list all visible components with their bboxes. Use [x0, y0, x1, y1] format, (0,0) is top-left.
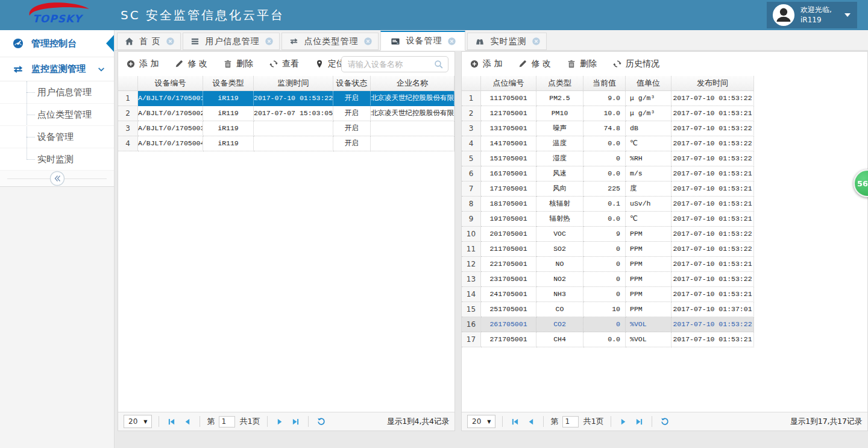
tab-device-mgmt[interactable]: 设备管理: [380, 31, 465, 51]
table-row[interactable]: 15251705001CO10PPM2017-07-10 01:37:01: [462, 302, 867, 317]
table-row[interactable]: 4141705001温度0.0℃2017-07-10 01:53:22: [462, 136, 867, 151]
add-point-button[interactable]: 添 加: [470, 58, 502, 69]
sidebar-item-device-mgmt[interactable]: 设备管理: [0, 126, 114, 148]
close-tab-icon[interactable]: [447, 37, 456, 46]
sidebar-item-point-type-mgmt[interactable]: 点位类型管理: [0, 104, 114, 126]
reload-button[interactable]: [659, 417, 671, 426]
table-row[interactable]: 2A/BJLT/0/1705002iR1192017-07-07 15:03:0…: [118, 106, 454, 121]
history-button[interactable]: 历史情况: [613, 58, 659, 69]
column-header[interactable]: 企业名称: [371, 76, 454, 91]
table-cell: 2017-07-10 01:53:22: [671, 317, 754, 332]
tab-home[interactable]: 首 页: [117, 33, 181, 50]
table-row[interactable]: 7171705001风向225度2017-07-10 01:53:21: [462, 181, 867, 197]
table-row[interactable]: 11211705001SO20PPM2017-07-10 01:53:22: [462, 242, 867, 257]
table-row[interactable]: 17271705001CH40.0%VOL2017-07-10 01:53:21: [462, 332, 867, 347]
table-cell: 10.0: [583, 106, 626, 121]
table-row[interactable]: 12221705001NO0PPM2017-07-10 01:53:21: [462, 257, 867, 272]
next-page-button[interactable]: [618, 418, 629, 426]
table-row[interactable]: 10201705001VOC9PPM2017-07-10 01:53:22: [462, 227, 867, 242]
page-size-select[interactable]: 20▼: [467, 415, 495, 428]
row-number-cell: 13: [462, 272, 481, 287]
user-menu[interactable]: 欢迎光临, iR119: [767, 2, 857, 28]
device-search-input[interactable]: [342, 60, 434, 69]
table-row[interactable]: 3131705001噪声74.8dB2017-07-10 01:53:22: [462, 121, 867, 136]
trash-icon: [567, 60, 576, 68]
select-caret-icon: ▼: [487, 419, 491, 424]
points-table: 点位编号点类型当前值值单位发布时间1111705001PM2.59.0μ g/m…: [462, 76, 867, 412]
reload-button[interactable]: [315, 417, 327, 426]
device-toolbar-buttons: 添 加修 改删除查看定位: [127, 58, 345, 69]
edit-device-button[interactable]: 修 改: [175, 58, 207, 69]
column-header[interactable]: 值单位: [626, 76, 671, 91]
last-page-button[interactable]: [290, 418, 301, 426]
last-page-button[interactable]: [634, 418, 645, 426]
column-header[interactable]: 当前值: [583, 76, 626, 91]
table-header-row: 点位编号点类型当前值值单位发布时间: [462, 76, 867, 91]
row-number-cell: 8: [462, 197, 481, 212]
column-header[interactable]: 设备编号: [138, 76, 203, 91]
close-tab-icon[interactable]: [363, 37, 373, 46]
table-row[interactable]: 14241705001NH30PPM2017-07-10 01:53:21: [462, 287, 867, 302]
separator: [502, 416, 503, 427]
sidebar-item-label: 用户信息管理: [37, 87, 92, 98]
points-toolbar: 添 加修 改删除历史情况: [462, 52, 867, 76]
page-size-select[interactable]: 20▼: [124, 415, 152, 428]
tab-label: 实时监测: [490, 36, 526, 47]
device-search-box: [341, 56, 448, 72]
collapse-sidebar-button[interactable]: [49, 171, 65, 186]
sidebar-section-monitoring[interactable]: 监控监测管理: [0, 57, 114, 81]
table-cell: NH3: [536, 287, 583, 302]
tab-point-type-mgmt[interactable]: 点位类型管理: [281, 33, 379, 50]
next-page-button[interactable]: [274, 418, 286, 426]
column-header[interactable]: 设备类型: [203, 76, 254, 91]
locate-device-button[interactable]: 定位: [315, 58, 345, 69]
sidebar-item-user-info-mgmt[interactable]: 用户信息管理: [0, 81, 114, 104]
column-header[interactable]: 点类型: [536, 76, 583, 91]
tab-user-info-mgmt[interactable]: 用户信息管理: [183, 33, 280, 50]
table-row[interactable]: 16261705001CO20%VOL2017-07-10 01:53:22: [462, 317, 867, 332]
table-row[interactable]: 13231705001NO20PPM2017-07-10 01:53:22: [462, 272, 867, 287]
first-page-button[interactable]: [166, 418, 177, 426]
delete-device-button[interactable]: 删除: [224, 58, 253, 69]
table-cell: iR119: [203, 91, 254, 106]
table-row[interactable]: 8181705001核辐射0.1uSv/h2017-07-10 01:53:21: [462, 197, 867, 212]
edit-point-button[interactable]: 修 改: [518, 58, 550, 69]
page-number-input[interactable]: [219, 416, 235, 427]
sidebar-item-realtime-monitor[interactable]: 实时监测: [0, 148, 114, 171]
tab-realtime-monitor[interactable]: 实时监测: [467, 33, 547, 50]
view-device-button[interactable]: 查看: [269, 58, 299, 69]
sidebar-section-dashboard[interactable]: 管理控制台: [0, 30, 114, 57]
table-row[interactable]: 5151705001湿度0%RH2017-07-10 01:53:22: [462, 151, 867, 166]
table-row[interactable]: 2121705001PM1010.0μ g/m³2017-07-10 01:53…: [462, 106, 867, 121]
close-tab-icon[interactable]: [532, 37, 541, 46]
page-number-input[interactable]: [562, 416, 579, 427]
table-row[interactable]: 6161705001风速0.0m/s2017-07-10 01:53:21: [462, 166, 867, 181]
first-page-button[interactable]: [509, 418, 521, 426]
table-row[interactable]: 1111705001PM2.59.0μ g/m³2017-07-10 01:53…: [462, 91, 867, 106]
table-cell: 开启: [333, 106, 371, 121]
column-header[interactable]: 点位编号: [481, 76, 536, 91]
row-number-cell: 11: [462, 242, 481, 257]
chevron-down-icon: [97, 65, 105, 74]
add-device-button[interactable]: 添 加: [127, 58, 159, 69]
table-cell: 201705001: [481, 227, 536, 242]
prev-page-button[interactable]: [525, 418, 536, 426]
row-number-cell: 1: [462, 91, 481, 106]
column-header[interactable]: 设备状态: [333, 76, 371, 91]
table-row[interactable]: 9191705001辐射热0.0℃2017-07-10 01:53:21: [462, 212, 867, 227]
close-tab-icon[interactable]: [166, 37, 175, 46]
table-cell: %VOL: [626, 317, 671, 332]
delete-point-button[interactable]: 删除: [567, 58, 597, 69]
table-row[interactable]: 3A/BJLT/0/1705003iR119开启: [118, 121, 454, 136]
table-row[interactable]: 1A/BJLT/0/1705001iR1192017-07-10 01:53:2…: [118, 91, 454, 106]
table-cell: 9: [583, 227, 626, 242]
table-cell: 2017-07-10 01:53:21: [671, 166, 754, 181]
close-tab-icon[interactable]: [265, 37, 274, 46]
prev-page-button[interactable]: [181, 418, 193, 426]
column-header[interactable]: 监测时间: [254, 76, 333, 91]
table-row[interactable]: 4A/BJLT/0/1705004iR119开启: [118, 136, 454, 151]
app-header: TOPSKY SC 安全监管信息化云平台 欢迎光临, iR119: [0, 0, 868, 30]
sidebar-submenu: 用户信息管理点位类型管理设备管理实时监测: [0, 81, 114, 171]
separator: [652, 416, 652, 427]
column-header[interactable]: 发布时间: [671, 76, 754, 91]
